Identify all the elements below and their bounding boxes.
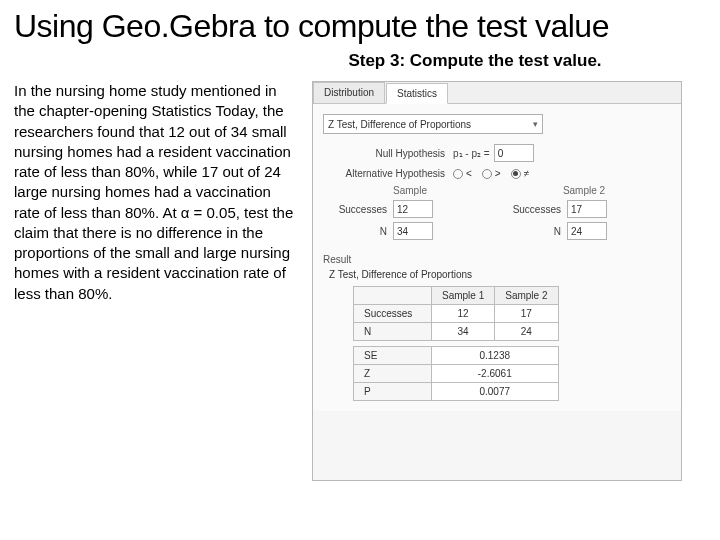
radio-icon [482,169,492,179]
tab-bar: Distribution Statistics [313,82,681,104]
sample1-successes-input[interactable]: 12 [393,200,433,218]
result-table: Sample 1 Sample 2 Successes 12 17 N 34 2… [353,286,559,401]
null-value-input[interactable]: 0 [494,144,534,162]
alt-gt-radio[interactable]: > [482,168,501,179]
col-sample2: Sample 2 [495,287,558,305]
table-row: SE 0.1238 [354,347,559,365]
alt-ne-radio[interactable]: ≠ [511,168,530,179]
table-row: P 0.0077 [354,383,559,401]
table-row: Successes 12 17 [354,305,559,323]
sample1-n-input[interactable]: 34 [393,222,433,240]
sample1-header: Sample [323,185,497,196]
result-subheading: Z Test, Difference of Proportions [329,269,671,280]
result-heading: Result [323,254,671,265]
table-row: Z -2.6061 [354,365,559,383]
n-label: N [497,226,567,237]
chevron-down-icon: ▾ [533,119,538,129]
tab-statistics[interactable]: Statistics [386,83,448,104]
step-subtitle: Step 3: Compute the test value. [244,51,706,71]
problem-paragraph: In the nursing home study mentioned in t… [14,81,294,481]
alt-lt-radio[interactable]: < [453,168,472,179]
table-row: N 34 24 [354,323,559,341]
radio-icon [511,169,521,179]
alt-ne-label: ≠ [524,168,530,179]
dropdown-label: Z Test, Difference of Proportions [328,119,471,130]
alt-gt-label: > [495,168,501,179]
alt-hypothesis-label: Alternative Hypothesis [323,168,453,179]
test-type-dropdown[interactable]: Z Test, Difference of Proportions ▾ [323,114,543,134]
geogebra-panel: Distribution Statistics Z Test, Differen… [312,81,682,481]
successes-label: Successes [323,204,393,215]
page-title: Using Geo.Gebra to compute the test valu… [14,8,706,45]
null-hypothesis-expr: p₁ - p₂ = [453,148,494,159]
sample2-n-input[interactable]: 24 [567,222,607,240]
successes-label: Successes [497,204,567,215]
alt-lt-label: < [466,168,472,179]
radio-icon [453,169,463,179]
tab-distribution[interactable]: Distribution [313,82,385,103]
col-sample1: Sample 1 [432,287,495,305]
null-hypothesis-label: Null Hypothesis [323,148,453,159]
sample2-header: Sample 2 [497,185,671,196]
n-label: N [323,226,393,237]
sample2-successes-input[interactable]: 17 [567,200,607,218]
